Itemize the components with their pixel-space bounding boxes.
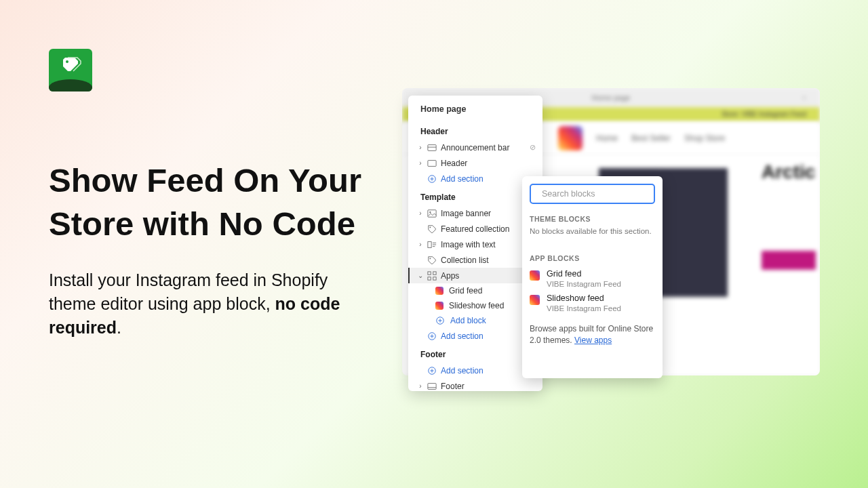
app-logo xyxy=(49,49,92,92)
svg-point-9 xyxy=(430,226,431,228)
tag-icon xyxy=(427,256,437,265)
view-apps-link[interactable]: View apps xyxy=(574,336,612,345)
hidden-icon[interactable]: ⊘ xyxy=(530,143,536,152)
svg-rect-18 xyxy=(433,277,436,279)
svg-point-8 xyxy=(429,211,431,213)
svg-point-0 xyxy=(66,60,68,63)
tag-icon xyxy=(427,224,437,234)
apps-icon xyxy=(427,271,437,281)
image-text-icon xyxy=(427,240,437,249)
group-header: Header xyxy=(408,121,542,140)
app-block-slideshow-feed[interactable]: Slideshow feed VIBE Instagram Feed xyxy=(530,291,655,315)
svg-rect-16 xyxy=(433,271,436,274)
chevron-right-icon: › xyxy=(418,241,423,248)
section-announcement-bar[interactable]: › Announcement bar ⊘ xyxy=(408,140,542,155)
svg-rect-7 xyxy=(428,209,436,217)
svg-rect-1 xyxy=(428,144,436,150)
section-icon xyxy=(427,143,437,152)
chevron-right-icon: › xyxy=(418,144,423,151)
footer-icon xyxy=(427,382,437,391)
svg-rect-10 xyxy=(428,241,431,247)
plus-circle-icon xyxy=(427,331,437,341)
plus-circle-icon xyxy=(427,174,437,184)
panel-title: Home page xyxy=(408,96,542,121)
svg-rect-15 xyxy=(428,271,431,274)
instagram-icon xyxy=(435,287,443,295)
hero-title: Show Feed On Your Store with No Code xyxy=(49,159,381,245)
chevron-right-icon: › xyxy=(418,209,423,217)
app-blocks-heading: APP BLOCKS xyxy=(530,254,655,262)
instagram-icon xyxy=(530,295,540,305)
svg-point-14 xyxy=(430,258,431,259)
svg-rect-28 xyxy=(428,383,436,389)
instagram-icon xyxy=(558,126,583,150)
search-blocks-input[interactable] xyxy=(530,184,655,204)
svg-rect-17 xyxy=(428,277,431,279)
instagram-icon xyxy=(530,270,540,281)
section-icon xyxy=(427,159,437,168)
plus-circle-icon xyxy=(435,316,445,325)
popup-footer: Browse apps built for Online Store 2.0 t… xyxy=(530,323,655,346)
instagram-icon xyxy=(435,302,443,310)
hero-subtitle: Install your Instagram feed in Shopify t… xyxy=(49,268,347,340)
svg-rect-3 xyxy=(428,160,436,166)
app-block-grid-feed[interactable]: Grid feed VIBE Instagram Feed xyxy=(530,266,655,291)
section-header[interactable]: › Header xyxy=(408,155,542,171)
plus-circle-icon xyxy=(427,366,437,375)
section-footer[interactable]: › Footer xyxy=(408,378,542,391)
chevron-right-icon: › xyxy=(418,159,423,167)
theme-blocks-heading: THEME BLOCKS xyxy=(530,215,655,223)
theme-blocks-empty: No blocks available for this section. xyxy=(530,227,655,235)
chevron-down-icon: ⌄ xyxy=(418,272,423,279)
image-icon xyxy=(427,209,437,218)
chevron-right-icon: › xyxy=(418,382,423,390)
block-picker-popup: THEME BLOCKS No blocks available for thi… xyxy=(522,176,663,378)
